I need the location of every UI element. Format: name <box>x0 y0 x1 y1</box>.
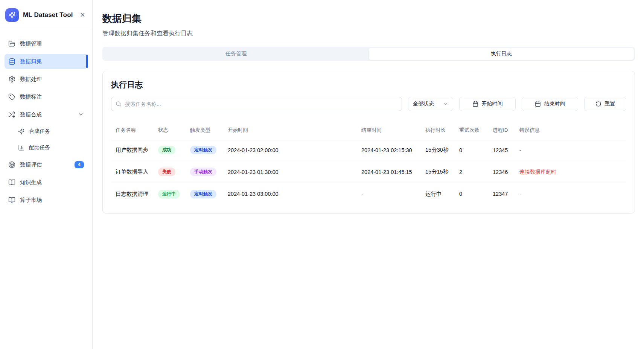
reset-label: 重置 <box>605 101 615 107</box>
start-time-button[interactable]: 开始时间 <box>459 97 516 111</box>
column-header: 执行时长 <box>421 119 455 139</box>
rotate-ccw-icon <box>595 101 601 107</box>
column-header: 开始时间 <box>223 119 357 139</box>
calendar-icon <box>535 101 541 107</box>
end-time-label: 结束时间 <box>544 101 565 107</box>
sparkles-icon <box>8 11 16 19</box>
start-time-label: 开始时间 <box>482 101 503 107</box>
status-badge: 运行中 <box>158 190 180 198</box>
retry-count-cell: 0 <box>455 147 488 153</box>
sidebar-item-data-management[interactable]: 数据管理 <box>5 36 88 51</box>
book-icon <box>8 179 15 186</box>
search-field-wrap <box>111 97 402 111</box>
page-subtitle: 管理数据归集任务和查看执行日志 <box>102 30 635 38</box>
sidebar-item-label: 数据合成 <box>20 111 42 118</box>
status-cell: 运行中 <box>154 190 186 198</box>
target-icon <box>8 161 15 168</box>
tab-bar: 任务管理 执行日志 <box>102 47 635 61</box>
duration-cell: 15分30秒 <box>421 146 455 154</box>
end-time-cell: 2024-01-23 01:45:15 <box>357 169 421 175</box>
process-id-cell: 12347 <box>488 191 515 197</box>
sidebar-item-data-collection[interactable]: 数据归集 <box>5 54 88 69</box>
sidebar-item-label: 数据管理 <box>20 40 42 47</box>
task-name-cell: 用户数据同步 <box>111 146 154 154</box>
chevron-down-icon <box>78 111 84 117</box>
trigger-badge: 手动触发 <box>190 168 216 176</box>
status-cell: 失败 <box>154 168 186 176</box>
sidebar-item-label: 知识生成 <box>20 179 42 186</box>
sidebar-nav: 数据管理 数据归集 数据处理 数据标注 数据合成 合成任务 配比任务 数据评估 … <box>0 30 92 349</box>
folder-icon <box>8 40 15 47</box>
log-table-header: 任务名称状态触发类型开始时间结束时间执行时长重试次数进程ID错误信息 <box>111 119 626 139</box>
search-input[interactable] <box>111 97 402 111</box>
sidebar: ML Dataset Tool 数据管理 数据归集 数据处理 数据标注 数据合成… <box>0 0 93 349</box>
trigger-cell: 手动触发 <box>186 168 223 176</box>
sidebar-close-button[interactable] <box>78 11 87 20</box>
column-header: 结束时间 <box>357 119 421 139</box>
table-row: 订单数据导入 失败 手动触发 2024-01-23 01:30:00 2024-… <box>111 161 626 183</box>
panel-title: 执行日志 <box>111 79 626 90</box>
status-filter-select[interactable]: 全部状态 <box>408 97 453 111</box>
database-icon <box>8 58 15 65</box>
app-logo <box>5 8 19 22</box>
sidebar-item-label: 合成任务 <box>29 128 50 135</box>
sidebar-item-synthesis-task[interactable]: 合成任务 <box>5 125 88 138</box>
sidebar-item-knowledge-gen[interactable]: 知识生成 <box>5 175 88 190</box>
start-time-cell: 2024-01-23 03:00:00 <box>223 191 357 197</box>
table-row: 用户数据同步 成功 定时触发 2024-01-23 02:00:00 2024-… <box>111 139 626 161</box>
end-time-cell: 2024-01-23 02:15:30 <box>357 147 421 153</box>
reset-button[interactable]: 重置 <box>584 97 626 111</box>
column-header: 重试次数 <box>455 119 488 139</box>
count-badge: 4 <box>75 161 84 168</box>
end-time-button[interactable]: 结束时间 <box>522 97 578 111</box>
filter-toolbar: 全部状态 开始时间 结束时间 重置 <box>111 97 626 111</box>
sidebar-item-data-evaluation[interactable]: 数据评估 4 <box>5 157 88 172</box>
column-header: 状态 <box>154 119 186 139</box>
retry-count-cell: 2 <box>455 169 488 175</box>
log-table: 任务名称状态触发类型开始时间结束时间执行时长重试次数进程ID错误信息 用户数据同… <box>111 119 626 205</box>
task-name-cell: 订单数据导入 <box>111 168 154 175</box>
close-icon <box>79 12 86 18</box>
app-title: ML Dataset Tool <box>23 11 73 19</box>
tab-execution-logs[interactable]: 执行日志 <box>369 48 634 60</box>
column-header: 任务名称 <box>111 119 154 139</box>
tag-icon <box>8 93 15 101</box>
main-content: 数据归集 管理数据归集任务和查看执行日志 任务管理 执行日志 执行日志 全部状态… <box>93 0 644 349</box>
execution-log-panel: 执行日志 全部状态 开始时间 结束时间 <box>102 71 635 213</box>
trigger-badge: 定时触发 <box>190 146 216 154</box>
error-message-cell: - <box>515 191 626 197</box>
tab-task-management[interactable]: 任务管理 <box>104 48 369 60</box>
book-icon <box>8 197 15 204</box>
status-badge: 成功 <box>158 146 175 154</box>
trigger-cell: 定时触发 <box>186 146 223 154</box>
sidebar-header: ML Dataset Tool <box>0 0 92 30</box>
sidebar-item-label: 数据评估 <box>20 161 42 168</box>
task-name-cell: 日志数据清理 <box>111 191 154 198</box>
process-id-cell: 12345 <box>488 147 515 153</box>
sidebar-item-data-labeling[interactable]: 数据标注 <box>5 89 88 104</box>
sidebar-item-operator-market[interactable]: 算子市场 <box>5 192 88 207</box>
status-cell: 成功 <box>154 146 186 154</box>
status-filter-value: 全部状态 <box>413 101 434 107</box>
sidebar-item-label: 数据标注 <box>20 93 42 101</box>
shuffle-icon <box>8 111 15 118</box>
sidebar-item-ratio-task[interactable]: 配比任务 <box>5 141 88 154</box>
calendar-icon <box>472 101 478 107</box>
sidebar-item-label: 算子市场 <box>20 197 42 204</box>
duration-cell: 运行中 <box>421 191 455 198</box>
table-row: 日志数据清理 运行中 定时触发 2024-01-23 03:00:00 - 运行… <box>111 183 626 205</box>
error-message-cell: 连接数据库超时 <box>515 169 626 175</box>
sidebar-item-data-processing[interactable]: 数据处理 <box>5 72 88 87</box>
column-header: 错误信息 <box>515 119 626 139</box>
retry-count-cell: 0 <box>455 191 488 197</box>
sparkles-icon <box>18 128 24 135</box>
duration-cell: 15分15秒 <box>421 168 455 175</box>
error-message-cell: - <box>515 147 626 153</box>
search-icon <box>116 101 122 107</box>
sidebar-item-label: 配比任务 <box>29 144 50 151</box>
end-time-cell: - <box>357 191 421 197</box>
start-time-cell: 2024-01-23 02:00:00 <box>223 147 357 153</box>
sidebar-item-data-synthesis[interactable]: 数据合成 <box>5 107 88 122</box>
trigger-badge: 定时触发 <box>190 190 216 198</box>
sidebar-item-label: 数据归集 <box>20 58 42 65</box>
